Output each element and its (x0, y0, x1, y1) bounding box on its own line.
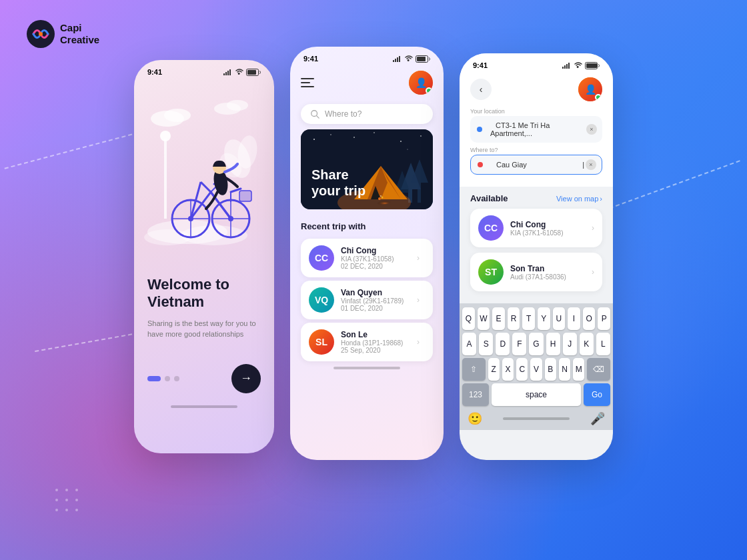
key-V[interactable]: V (530, 358, 542, 381)
menu-button[interactable] (301, 72, 322, 93)
svg-point-59 (420, 135, 422, 137)
svg-rect-71 (568, 63, 570, 69)
view-map-link[interactable]: View on map › (556, 195, 602, 203)
user-avatar-btn[interactable]: 👤 (409, 71, 433, 95)
key-S[interactable]: S (479, 333, 493, 355)
key-backspace[interactable]: ⌫ (587, 358, 610, 381)
svg-rect-47 (397, 57, 398, 62)
user-avatar-btn-3[interactable]: 👤 (578, 77, 602, 101)
svg-point-64 (371, 198, 391, 205)
to-input[interactable]: Cau Giay | × (470, 155, 602, 175)
svg-point-66 (382, 197, 384, 199)
available-section: Available View on map › CC Chi Cong KIA … (460, 187, 613, 303)
trip-banner[interactable]: Share your trip (301, 129, 433, 209)
svg-point-8 (55, 509, 58, 511)
svg-rect-22 (164, 139, 167, 219)
key-shift[interactable]: ⇧ (462, 358, 486, 381)
signal-icon-2 (393, 55, 402, 62)
trip-chevron-2: › (412, 335, 425, 349)
key-T[interactable]: T (522, 307, 535, 330)
key-F[interactable]: F (512, 333, 526, 355)
key-W[interactable]: W (478, 307, 490, 330)
key-D[interactable]: D (496, 333, 510, 355)
location-inputs: Your location CT3-1 Me Tri Ha Apartment,… (470, 108, 602, 175)
pagination-area: → (134, 351, 274, 400)
key-Q[interactable]: Q (462, 307, 475, 330)
emoji-button[interactable]: 🙂 (468, 411, 482, 426)
search-bar[interactable]: Where to? (301, 104, 433, 124)
trip-card-2[interactable]: SL Son Le Honda (31P1-19868) 25 Sep, 202… (301, 323, 433, 361)
trip-info-2: Son Le Honda (31P1-19868) 25 Sep, 2020 (341, 330, 405, 354)
dot-1 (147, 376, 161, 381)
key-U[interactable]: U (553, 307, 566, 330)
key-B[interactable]: B (545, 358, 556, 381)
svg-point-60 (407, 149, 408, 149)
search-placeholder: Where to? (325, 109, 361, 119)
key-X[interactable]: X (502, 358, 514, 381)
key-go[interactable]: Go (584, 383, 610, 406)
key-C[interactable]: C (516, 358, 528, 381)
from-dot (477, 127, 482, 132)
driver-card-0[interactable]: CC Chi Cong KIA (37K1-61058) › (470, 209, 602, 247)
wifi-icon-2 (405, 55, 413, 62)
driver-card-1[interactable]: ST Son Tran Audi (37A1-58036) › (470, 253, 602, 291)
svg-rect-73 (586, 63, 597, 68)
svg-point-67 (380, 195, 382, 197)
svg-point-9 (65, 509, 68, 511)
key-Y[interactable]: Y (538, 307, 550, 330)
svg-point-57 (374, 132, 375, 133)
key-M[interactable]: M (573, 358, 584, 381)
to-field-wrapper: Where to? Cau Giay | × (470, 147, 602, 175)
logo: Capi Creative (27, 20, 99, 48)
key-O[interactable]: O (583, 307, 596, 330)
svg-point-65 (378, 197, 381, 200)
trip-car-0: KIA (37K1-61058) (341, 255, 405, 263)
trip-avatar-2: SL (309, 329, 334, 355)
keyboard-row-3: ⇧ Z X C V B N M ⌫ (462, 358, 610, 381)
clear-to-btn[interactable]: × (586, 159, 596, 170)
from-field-wrapper: Your location CT3-1 Me Tri Ha Apartment,… (470, 108, 602, 143)
key-G[interactable]: G (529, 333, 543, 355)
welcome-illustration (134, 79, 274, 265)
where-to-label: Where to? (470, 147, 602, 153)
key-L[interactable]: L (596, 333, 610, 355)
mic-button[interactable]: 🎤 (590, 411, 605, 426)
driver-name-0: Chi Cong (510, 220, 585, 229)
clear-from-btn[interactable]: × (586, 124, 597, 135)
svg-rect-50 (417, 57, 426, 61)
status-time-2: 9:41 (303, 55, 318, 63)
driver-info-1: Son Tran Audi (37A1-58036) (510, 264, 585, 281)
trip-car-1: Vinfast (29K1-61789) (341, 297, 405, 305)
key-N[interactable]: N (559, 358, 570, 381)
key-R[interactable]: R (508, 307, 520, 330)
key-I[interactable]: I (568, 307, 580, 330)
next-button[interactable]: → (231, 364, 261, 393)
svg-rect-11 (223, 73, 225, 75)
status-icons-3 (562, 62, 600, 69)
svg-point-1 (39, 32, 43, 36)
trip-card-1[interactable]: VQ Van Quyen Vinfast (29K1-61789) 01 DEC… (301, 281, 433, 319)
available-title: Available (470, 193, 508, 203)
key-P[interactable]: P (598, 307, 610, 330)
key-numbers[interactable]: 123 (462, 383, 489, 406)
from-input[interactable]: CT3-1 Me Tri Ha Apartment,... × (470, 116, 602, 143)
key-A[interactable]: A (462, 333, 476, 355)
trip-chevron-1: › (412, 293, 425, 307)
trip-card-0[interactable]: CC Chi Cong KIA (37K1-61058) 02 DEC, 202… (301, 239, 433, 277)
svg-point-4 (75, 489, 78, 491)
key-Z[interactable]: Z (488, 358, 500, 381)
svg-point-7 (75, 499, 78, 501)
home-indicator-3 (503, 417, 570, 420)
svg-rect-70 (566, 64, 568, 69)
wifi-icon-3 (574, 62, 582, 69)
key-H[interactable]: H (546, 333, 560, 355)
phone-navigation: 9:41 (460, 53, 613, 460)
bg-dots-left (53, 487, 93, 527)
trip-info-1: Van Quyen Vinfast (29K1-61789) 01 DEC, 2… (341, 288, 405, 312)
back-button[interactable]: ‹ (470, 79, 492, 100)
key-E[interactable]: E (492, 307, 505, 330)
key-K[interactable]: K (580, 333, 594, 355)
key-J[interactable]: J (563, 333, 577, 355)
svg-rect-42 (239, 191, 251, 201)
key-space[interactable]: space (492, 383, 581, 406)
